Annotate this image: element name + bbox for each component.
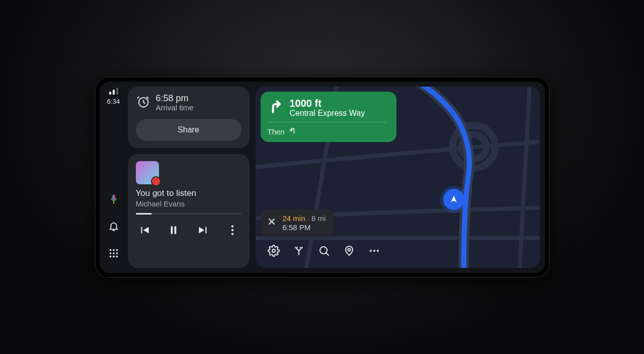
album-art[interactable] — [136, 161, 159, 184]
svg-point-22 — [373, 250, 375, 252]
svg-point-0 — [109, 249, 111, 251]
settings-icon[interactable] — [268, 245, 280, 259]
pin-icon[interactable] — [343, 245, 355, 259]
screen: 6:34 — [100, 82, 545, 273]
svg-rect-11 — [175, 227, 177, 234]
uturn-icon — [289, 126, 298, 137]
turn-right-icon — [268, 98, 284, 117]
nav-distance: 1000 ft — [290, 98, 365, 109]
share-button[interactable]: Share — [136, 119, 242, 141]
search-icon[interactable] — [318, 245, 330, 259]
svg-point-3 — [109, 252, 111, 254]
infotainment-device: 6:34 — [95, 77, 550, 278]
share-button-label: Share — [178, 125, 199, 134]
svg-point-13 — [231, 229, 233, 231]
routes-icon[interactable] — [293, 245, 305, 259]
nav-direction-banner[interactable]: 1000 ft Central Express Way Then — [261, 92, 396, 142]
map[interactable]: 1000 ft Central Express Way Then — [256, 87, 540, 268]
svg-point-4 — [113, 252, 115, 254]
track-artist: Michael Evans — [136, 199, 242, 208]
close-icon[interactable] — [267, 217, 277, 229]
current-location-marker — [443, 189, 464, 210]
media-progress[interactable] — [136, 213, 242, 215]
svg-point-12 — [231, 226, 233, 228]
nav-then-label: Then — [268, 127, 285, 136]
svg-point-1 — [113, 249, 115, 251]
trip-duration: 24 min — [283, 214, 305, 223]
trip-summary-chip[interactable]: 24 min · 8 mi 6:58 PM — [261, 209, 334, 237]
status-area: 6:34 — [107, 88, 120, 105]
svg-point-14 — [231, 233, 233, 235]
more-icon[interactable] — [226, 224, 239, 239]
track-title: You got to listen — [136, 188, 242, 198]
svg-point-5 — [116, 252, 118, 254]
svg-point-20 — [348, 248, 350, 251]
nav-road: Central Express Way — [290, 109, 365, 118]
eta-card: 6:58 pm Arrival time Share — [128, 87, 250, 149]
svg-point-6 — [109, 255, 111, 257]
clock: 6:34 — [107, 98, 120, 105]
bell-icon[interactable] — [108, 221, 119, 234]
trip-distance: 8 mi — [311, 214, 326, 223]
svg-point-2 — [116, 249, 118, 251]
more-horizontal-icon[interactable] — [368, 245, 380, 259]
eta-time: 6:58 pm — [156, 94, 194, 104]
svg-point-21 — [370, 250, 372, 252]
prev-track-icon[interactable] — [138, 224, 151, 239]
apps-icon[interactable] — [108, 248, 119, 261]
media-card: You got to listen Michael Evans — [128, 154, 250, 267]
signal-icon — [109, 88, 118, 95]
svg-point-8 — [116, 255, 118, 257]
next-track-icon[interactable] — [197, 224, 210, 239]
mic-icon[interactable] — [108, 193, 119, 206]
svg-rect-10 — [171, 227, 173, 234]
trip-separator: · — [305, 214, 312, 223]
svg-point-23 — [377, 250, 379, 252]
clock-icon — [136, 95, 150, 111]
pause-icon[interactable] — [167, 224, 180, 239]
side-panel: 6:58 pm Arrival time Share You got to li… — [128, 82, 253, 273]
map-toolbar — [261, 241, 387, 263]
svg-point-7 — [113, 255, 115, 257]
status-rail: 6:34 — [100, 82, 128, 273]
trip-arrival: 6:58 PM — [283, 223, 326, 232]
eta-label: Arrival time — [156, 103, 194, 112]
svg-point-18 — [272, 249, 275, 252]
